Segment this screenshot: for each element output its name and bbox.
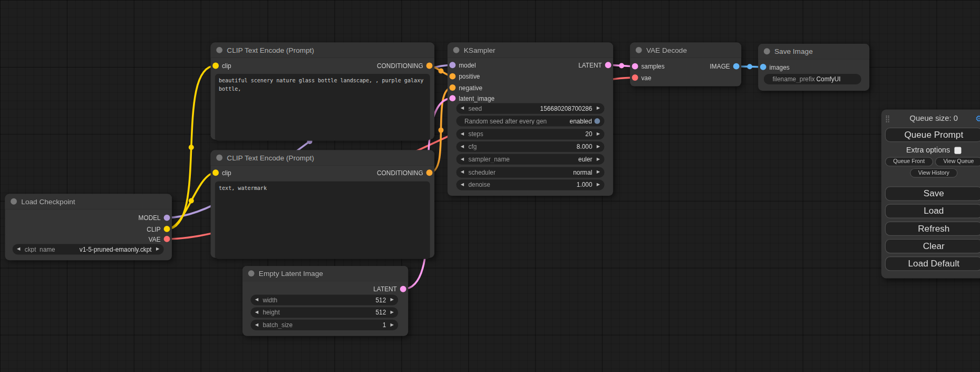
node-vae-decode[interactable]: VAE Decode samples vae IMAGE — [630, 43, 741, 87]
decrement-arrow-icon[interactable]: ◀ — [461, 145, 464, 149]
slot-dot[interactable] — [400, 286, 406, 292]
input-slot-negative[interactable]: negative — [449, 84, 482, 91]
decrement-arrow-icon[interactable]: ◀ — [461, 170, 464, 174]
decrement-arrow-icon[interactable]: ◀ — [461, 157, 464, 161]
node-clip-text-encode-positive[interactable]: CLIP Text Encode (Prompt) clip CONDITION… — [211, 43, 434, 140]
node-title-bar[interactable]: Load Checkpoint — [5, 194, 172, 210]
node-clip-text-encode-negative[interactable]: CLIP Text Encode (Prompt) clip CONDITION… — [211, 150, 434, 258]
output-slot-vae[interactable]: VAE — [149, 235, 170, 243]
node-title-bar[interactable]: CLIP Text Encode (Prompt) — [211, 43, 434, 59]
increment-arrow-icon[interactable]: ▶ — [597, 157, 600, 161]
increment-arrow-icon[interactable]: ▶ — [597, 145, 600, 149]
prompt-textarea[interactable]: beautiful scenery nature glass bottle la… — [215, 74, 430, 141]
slot-dot[interactable] — [605, 62, 612, 68]
collapse-toggle-icon[interactable] — [216, 47, 222, 53]
collapse-toggle-icon[interactable] — [764, 48, 770, 54]
widget-steps[interactable]: ◀ steps 20 ▶ — [456, 129, 604, 139]
refresh-button[interactable]: Refresh — [885, 222, 980, 236]
collapse-toggle-icon[interactable] — [453, 47, 460, 53]
widget-denoise[interactable]: ◀ denoise 1.000 ▶ — [456, 179, 604, 190]
queue-front-button[interactable]: Queue Front — [885, 157, 933, 166]
view-queue-button[interactable]: View Queue — [935, 157, 980, 166]
decrement-arrow-icon[interactable]: ◀ — [17, 247, 20, 251]
output-slot-image[interactable]: IMAGE — [710, 63, 740, 70]
clear-button[interactable]: Clear — [885, 239, 980, 253]
queue-panel-header[interactable]: ⣿ Queue size: 0 ⚙ — [885, 112, 980, 125]
widget-scheduler[interactable]: ◀ scheduler normal ▶ — [456, 167, 604, 178]
collapse-toggle-icon[interactable] — [11, 198, 17, 205]
collapse-toggle-icon[interactable] — [216, 155, 222, 161]
slot-dot[interactable] — [164, 215, 170, 221]
node-title-bar[interactable]: KSampler — [448, 43, 613, 59]
node-title-bar[interactable]: Empty Latent Image — [242, 266, 408, 282]
node-save-image[interactable]: Save Image images filename_prefix ComfyU… — [758, 44, 869, 91]
slot-dot[interactable] — [164, 236, 170, 242]
widget-seed[interactable]: ◀ seed 156680208700286 ▶ — [456, 103, 604, 114]
decrement-arrow-icon[interactable]: ◀ — [255, 298, 258, 302]
widget-sampler-name[interactable]: ◀ sampler_name euler ▶ — [456, 154, 604, 165]
node-title-bar[interactable]: VAE Decode — [630, 43, 741, 59]
increment-arrow-icon[interactable]: ▶ — [597, 107, 600, 111]
toggle-indicator-icon[interactable] — [595, 118, 600, 124]
save-button[interactable]: Save — [885, 186, 980, 201]
increment-arrow-icon[interactable]: ▶ — [156, 247, 159, 251]
slot-dot[interactable] — [426, 63, 433, 69]
node-ksampler[interactable]: KSampler model positive negative latent_… — [448, 43, 613, 196]
slot-dot[interactable] — [632, 63, 638, 70]
output-slot-clip[interactable]: CLIP — [147, 225, 170, 233]
input-slot-positive[interactable]: positive — [449, 73, 480, 80]
prompt-textarea[interactable]: text, watermark — [215, 182, 430, 259]
slot-dot[interactable] — [426, 169, 433, 176]
increment-arrow-icon[interactable]: ▶ — [391, 310, 394, 314]
input-slot-vae[interactable]: vae — [632, 74, 652, 81]
slot-dot[interactable] — [449, 95, 455, 101]
collapse-toggle-icon[interactable] — [248, 270, 255, 276]
input-slot-model[interactable]: model — [449, 61, 476, 69]
slot-dot[interactable] — [164, 226, 170, 232]
load-button[interactable]: Load — [885, 204, 980, 218]
decrement-arrow-icon[interactable]: ◀ — [461, 132, 464, 136]
slot-dot[interactable] — [733, 63, 740, 70]
collapse-toggle-icon[interactable] — [636, 47, 642, 53]
increment-arrow-icon[interactable]: ▶ — [391, 323, 394, 327]
widget-batch-size[interactable]: ◀ batch_size 1 ▶ — [250, 320, 398, 330]
input-slot-clip[interactable]: clip — [212, 169, 231, 176]
increment-arrow-icon[interactable]: ▶ — [391, 298, 394, 302]
decrement-arrow-icon[interactable]: ◀ — [255, 323, 258, 327]
widget-ckpt-name[interactable]: ◀ ckpt_name v1-5-pruned-emaonly.ckpt ▶ — [13, 244, 164, 254]
output-slot-latent[interactable]: LATENT — [373, 285, 406, 293]
widget-cfg[interactable]: ◀ cfg 8.000 ▶ — [456, 141, 604, 152]
decrement-arrow-icon[interactable]: ◀ — [255, 310, 258, 314]
widget-height[interactable]: ◀ height 512 ▶ — [250, 307, 398, 318]
increment-arrow-icon[interactable]: ▶ — [597, 183, 600, 187]
node-load-checkpoint[interactable]: Load Checkpoint MODEL CLIP VAE ◀ ckpt_na… — [5, 194, 172, 261]
slot-dot[interactable] — [760, 64, 766, 70]
node-title-bar[interactable]: Save Image — [758, 44, 869, 60]
slot-dot[interactable] — [212, 63, 219, 69]
input-slot-images[interactable]: images — [760, 63, 790, 71]
slot-dot[interactable] — [449, 84, 455, 91]
increment-arrow-icon[interactable]: ▶ — [597, 170, 600, 174]
load-default-button[interactable]: Load Default — [885, 256, 980, 271]
drag-handle-icon[interactable]: ⣿ — [885, 114, 895, 122]
decrement-arrow-icon[interactable]: ◀ — [461, 183, 464, 187]
widget-random-seed-toggle[interactable]: Random seed after every gen enabled — [456, 116, 604, 126]
node-empty-latent-image[interactable]: Empty Latent Image LATENT ◀ width 512 ▶ … — [242, 266, 408, 336]
node-title-bar[interactable]: CLIP Text Encode (Prompt) — [211, 150, 434, 166]
slot-dot[interactable] — [449, 62, 455, 68]
widget-width[interactable]: ◀ width 512 ▶ — [250, 294, 398, 305]
slot-dot[interactable] — [632, 74, 638, 81]
queue-prompt-button[interactable]: Queue Prompt — [885, 127, 980, 141]
slot-dot[interactable] — [449, 73, 455, 80]
widget-filename-prefix[interactable]: filename_prefix ComfyUI — [764, 74, 861, 84]
input-slot-clip[interactable]: clip — [212, 62, 231, 69]
decrement-arrow-icon[interactable]: ◀ — [461, 107, 464, 111]
increment-arrow-icon[interactable]: ▶ — [597, 132, 600, 136]
output-slot-conditioning[interactable]: CONDITIONING — [377, 169, 432, 176]
settings-gear-icon[interactable]: ⚙ — [973, 113, 980, 123]
output-slot-latent[interactable]: LATENT — [578, 61, 611, 69]
view-history-button[interactable]: View History — [910, 168, 957, 177]
extra-options-checkbox[interactable] — [954, 147, 961, 154]
input-slot-latent-image[interactable]: latent_image — [449, 94, 494, 102]
input-slot-samples[interactable]: samples — [632, 63, 665, 70]
